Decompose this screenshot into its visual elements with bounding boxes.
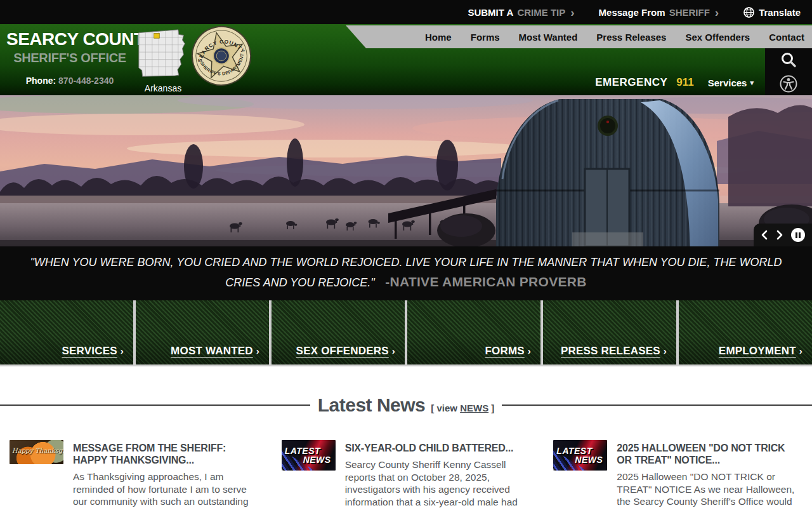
news-card: Happy Thanksgiving MESSAGE FROM THE SHER… (10, 440, 259, 508)
tile-label: MOST WANTED (171, 345, 253, 357)
quick-links-row: SERVICES› MOST WANTED› SEX OFFENDERS› FO… (0, 300, 812, 366)
phone-number: 870-448-2340 (58, 76, 114, 86)
thumbnail-caption: Happy Thanksgiving (12, 447, 63, 454)
news-title-link[interactable]: SIX-YEAR-OLD CHILD BATTERED... (345, 442, 531, 454)
view-suffix: ] (491, 403, 494, 413)
services-dropdown[interactable]: Services ▾ (708, 77, 754, 88)
tile-sex-offenders[interactable]: SEX OFFENDERS› (272, 300, 405, 364)
tile-most-wanted[interactable]: MOST WANTED› (136, 300, 269, 364)
translate-button[interactable]: Translate (743, 6, 801, 18)
view-news-link[interactable]: NEWS (460, 403, 488, 413)
sheriff-badge-logo: SEARCY COUNTY SHERIFF'S DEPARTMENT (185, 19, 258, 93)
news-excerpt: As Thanksgiving approaches, I am reminde… (73, 471, 259, 508)
emergency-row: EMERGENCY 911 Services ▾ (595, 76, 754, 89)
searcy-county-highlight (154, 34, 160, 39)
quote-attribution: -NATIVE AMERICAN PROVERB (385, 274, 587, 289)
chevron-right-icon: › (570, 6, 574, 18)
top-utility-bar: SUBMIT A CRIME TIP › Message From SHERIF… (0, 0, 812, 24)
chevron-right-icon: › (664, 345, 667, 356)
news-excerpt: Searcy County Sheriff Kenny Cassell repo… (345, 458, 531, 508)
news-thumbnail-latest-news[interactable]: LATEST NEWS (553, 440, 607, 471)
tile-services[interactable]: SERVICES› (0, 300, 133, 364)
arkansas-map-image (135, 27, 191, 79)
latest-news-section: Latest News [ view NEWS ] Happy Thanksgi… (0, 366, 812, 508)
map-state-label: Arkansas (134, 83, 192, 93)
globe-icon (743, 6, 755, 18)
chevron-right-icon: › (256, 345, 259, 356)
search-button[interactable] (779, 51, 798, 70)
tile-label: PRESS RELEASES (561, 345, 660, 357)
arkansas-county-map: Arkansas (134, 27, 192, 93)
tile-label: FORMS (485, 345, 524, 357)
news-card: LATEST NEWS SIX-YEAR-OLD CHILD BATTERED.… (282, 440, 531, 508)
tile-forms[interactable]: FORMS› (407, 300, 540, 364)
chevron-down-icon: ▾ (750, 79, 754, 87)
services-label: Services (708, 77, 747, 88)
news-thumbnail-thanksgiving[interactable]: Happy Thanksgiving (10, 440, 63, 464)
submit-crime-tip-link[interactable]: SUBMIT A CRIME TIP › (468, 6, 574, 18)
carousel-prev-button[interactable] (761, 230, 768, 240)
news-title-link[interactable]: MESSAGE FROM THE SHERIFF: HAPPY THANKSGI… (73, 442, 259, 466)
accessibility-icon (779, 74, 798, 93)
nav-item-press-releases[interactable]: Press Releases (596, 32, 666, 43)
chevron-right-icon: › (392, 345, 395, 356)
message-accent: SHERIFF (669, 7, 710, 18)
submit-prefix: SUBMIT A (468, 7, 513, 18)
chevron-right-icon: › (715, 6, 719, 18)
thumbnail-caption: NEWS (303, 455, 331, 465)
view-prefix: [ view (431, 403, 457, 413)
hero-barn-sunset-image (0, 95, 812, 246)
news-section-title: Latest News (318, 394, 426, 416)
chevron-right-icon: › (121, 345, 124, 356)
emergency-label: EMERGENCY (595, 76, 667, 89)
tile-label: SERVICES (62, 345, 117, 357)
view-news-wrap: [ view NEWS ] (431, 403, 494, 413)
heading-rule-left (0, 404, 310, 406)
news-title-link[interactable]: 2025 HALLOWEEN "DO NOT TRICK OR TREAT" N… (617, 442, 802, 466)
phone-line: Phone: 870-448-2340 (6, 76, 133, 86)
hero-slideshow (0, 95, 812, 246)
carousel-pause-button[interactable] (791, 228, 805, 242)
tile-label: EMPLOYMENT (719, 345, 796, 357)
news-cards: Happy Thanksgiving MESSAGE FROM THE SHER… (0, 440, 812, 508)
nav-item-forms[interactable]: Forms (471, 32, 500, 43)
tile-employment[interactable]: EMPLOYMENT› (679, 300, 812, 364)
tile-press-releases[interactable]: PRESS RELEASES› (543, 300, 676, 364)
search-icon (780, 51, 797, 69)
site-subtitle: SHERIFF'S OFFICE (6, 51, 133, 65)
tile-label: SEX OFFENDERS (296, 345, 389, 357)
submit-accent: CRIME TIP (517, 7, 565, 18)
news-card: LATEST NEWS 2025 HALLOWEEN "DO NOT TRICK… (553, 440, 802, 508)
news-heading: Latest News [ view NEWS ] (0, 394, 812, 416)
site-header: SEARCY COUNTY SHERIFF'S OFFICE Phone: 87… (0, 24, 812, 95)
emergency-number: 911 (676, 76, 693, 89)
carousel-controls (754, 224, 812, 246)
chevron-right-icon: › (528, 345, 531, 356)
translate-label: Translate (759, 7, 801, 18)
phone-label: Phone: (26, 76, 56, 86)
message-from-sheriff-link[interactable]: Message From SHERIFF › (599, 6, 719, 18)
news-thumbnail-latest-news[interactable]: LATEST NEWS (282, 440, 336, 471)
site-logo-link[interactable]: SEARCY COUNTY SHERIFF'S OFFICE Phone: 87… (6, 29, 133, 86)
utility-box (765, 48, 812, 95)
nav-item-sex-offenders[interactable]: Sex Offenders (685, 32, 750, 43)
news-excerpt: 2025 Halloween "DO NOT TRICK or TREAT" N… (617, 471, 802, 508)
site-title: SEARCY COUNTY (6, 29, 133, 50)
nav-item-home[interactable]: Home (425, 32, 452, 43)
chevron-right-icon: › (799, 345, 802, 356)
message-prefix: Message From (599, 7, 665, 18)
main-nav: Home Forms Most Wanted Press Releases Se… (346, 25, 812, 48)
page: SUBMIT A CRIME TIP › Message From SHERIF… (0, 0, 812, 508)
nav-item-contact[interactable]: Contact (769, 32, 804, 43)
accessibility-button[interactable] (779, 74, 798, 93)
nav-item-most-wanted[interactable]: Most Wanted (519, 32, 578, 43)
thumbnail-caption: NEWS (575, 455, 603, 465)
heading-rule-right (502, 404, 812, 406)
quote-band: "WHEN YOU WERE BORN, YOU CRIED AND THE W… (0, 246, 812, 300)
carousel-next-button[interactable] (776, 230, 783, 240)
